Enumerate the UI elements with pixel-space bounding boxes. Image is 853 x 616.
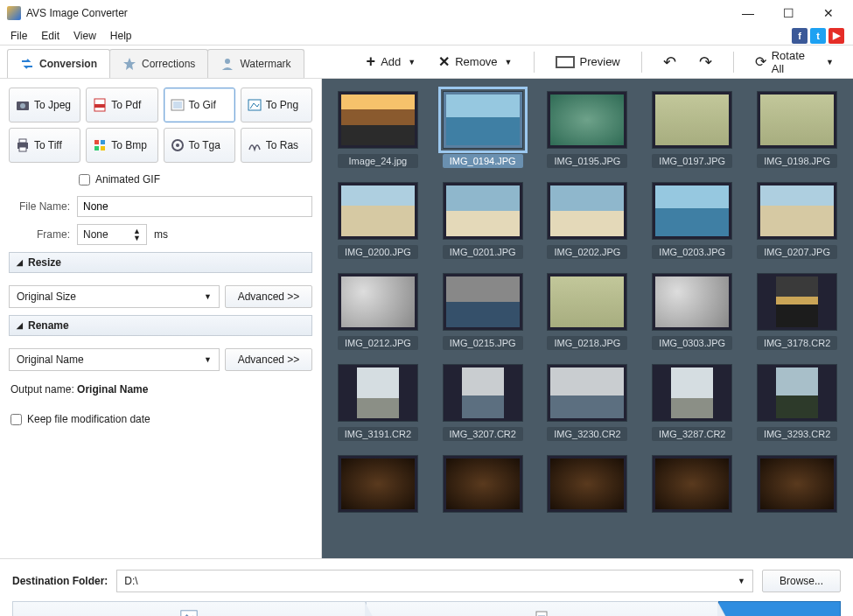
thumbnail-image <box>547 364 627 422</box>
thumbnail-item[interactable]: IMG_0201.JPG <box>439 182 527 259</box>
maximize-button[interactable]: ☐ <box>776 6 801 20</box>
rename-combo[interactable]: Original Name ▼ <box>9 348 220 371</box>
rotate-right-button[interactable]: ↷ <box>692 49 719 75</box>
thumbnail-image <box>338 455 418 513</box>
keep-mod-date-checkbox[interactable] <box>10 414 22 425</box>
thumbnail-item[interactable]: IMG_0198.JPG <box>753 91 841 168</box>
frame-spinner[interactable]: None ▲▼ <box>77 224 147 245</box>
thumbnail-item[interactable]: IMG_0303.JPG <box>648 273 736 350</box>
thumbnail-item[interactable] <box>334 455 422 513</box>
format-label: To Tga <box>189 139 220 151</box>
spinner-arrows-icon[interactable]: ▲▼ <box>133 228 141 242</box>
rotate-all-button[interactable]: ⟳ Rotate All ▼ <box>748 46 841 79</box>
tab-conversion[interactable]: Conversion <box>7 49 110 78</box>
thumbnail-item[interactable] <box>648 455 736 513</box>
animated-gif-checkbox[interactable] <box>79 174 90 186</box>
thumbnail-image <box>652 455 732 513</box>
thumbnail-item[interactable] <box>544 455 632 513</box>
tab-label: Conversion <box>39 58 97 70</box>
remove-button[interactable]: ✕ Remove ▼ <box>431 50 519 74</box>
filename-input[interactable] <box>77 196 312 217</box>
thumbnail-item[interactable]: IMG_3293.CR2 <box>753 364 841 441</box>
thumbnail-scroll[interactable]: Image_24.jpgIMG_0194.JPGIMG_0195.JPGIMG_… <box>322 79 853 558</box>
menu-edit[interactable]: Edit <box>34 28 66 44</box>
thumbnail-item[interactable]: IMG_0194.JPG <box>439 91 527 168</box>
tab-watermark[interactable]: Watermark <box>207 49 304 78</box>
thumbnail-image <box>443 455 523 513</box>
format-to-bmp[interactable]: To Bmp <box>86 128 157 163</box>
preview-button[interactable]: Preview <box>549 52 627 72</box>
thumbnail-item[interactable]: IMG_3230.CR2 <box>544 364 632 441</box>
thumbnail-item[interactable]: IMG_3191.CR2 <box>334 364 422 441</box>
format-to-png[interactable]: To Png <box>241 88 312 122</box>
output-name-label: Output name: <box>10 383 74 396</box>
chevron-down-icon: ▼ <box>505 58 513 66</box>
format-to-pdf[interactable]: To Pdf <box>86 88 157 122</box>
resize-combo[interactable]: Original Size ▼ <box>9 285 220 308</box>
preview-label: Preview <box>580 55 620 68</box>
convert-now-button[interactable]: Convert Now! <box>718 601 841 616</box>
thumbnail-item[interactable]: IMG_0218.JPG <box>544 273 632 350</box>
close-button[interactable]: ✕ <box>816 6 841 20</box>
twitter-icon[interactable]: t <box>810 28 826 44</box>
format-to-tga[interactable]: To Tga <box>164 128 235 163</box>
thumbnail-image <box>547 273 627 331</box>
chevron-down-icon: ▼ <box>738 577 745 585</box>
thumbnail-item[interactable]: IMG_3178.CR2 <box>753 273 841 350</box>
thumbnail-item[interactable] <box>439 455 527 513</box>
rename-advanced-button[interactable]: Advanced >> <box>225 348 312 371</box>
format-to-ras[interactable]: To Ras <box>241 128 312 163</box>
destination-combo[interactable]: D:\ ▼ <box>116 570 753 592</box>
minimize-button[interactable]: — <box>736 6 760 20</box>
format-label: To Pdf <box>111 99 141 111</box>
thumbnail-image <box>757 91 837 149</box>
pdf-icon <box>92 97 108 113</box>
thumbnail-caption: IMG_3191.CR2 <box>338 427 418 441</box>
thumbnail-item[interactable]: IMG_0200.JPG <box>334 182 422 259</box>
resize-section-header[interactable]: ◢ Resize <box>9 252 312 273</box>
add-button[interactable]: + Add ▼ <box>360 49 423 74</box>
browse-button[interactable]: Browse... <box>762 570 841 592</box>
format-label: To Tiff <box>34 139 62 151</box>
format-to-tiff[interactable]: To Tiff <box>9 128 80 163</box>
chevron-down-icon: ▼ <box>204 292 212 301</box>
rename-advanced-label: Advanced >> <box>238 354 300 366</box>
rename-section-header[interactable]: ◢ Rename <box>9 315 312 336</box>
title-bar: AVS Image Converter — ☐ ✕ <box>0 0 853 26</box>
thumbnail-item[interactable] <box>753 455 841 513</box>
thumbnail-caption: IMG_3207.CR2 <box>443 427 523 441</box>
flow-step-format: Convert to Gif <box>366 601 719 616</box>
x-icon: ✕ <box>438 53 450 70</box>
thumbnail-image <box>338 364 418 422</box>
thumbnail-item[interactable]: IMG_0212.JPG <box>334 273 422 350</box>
resize-advanced-button[interactable]: Advanced >> <box>225 285 312 308</box>
facebook-icon[interactable]: f <box>792 28 808 44</box>
person-icon <box>220 57 234 71</box>
youtube-icon[interactable]: ▶ <box>829 28 844 44</box>
thumbnail-caption: IMG_0195.JPG <box>547 154 627 168</box>
bottom-panel: Destination Folder: D:\ ▼ Browse... 28 I… <box>0 558 853 616</box>
thumbnail-caption: Image_24.jpg <box>338 154 418 168</box>
thumbnail-item[interactable]: Image_24.jpg <box>334 91 422 168</box>
tab-corrections[interactable]: Corrections <box>109 49 208 78</box>
thumbnail-item[interactable]: IMG_0197.JPG <box>648 91 736 168</box>
format-to-jpeg[interactable]: To Jpeg <box>9 88 80 122</box>
thumbnail-item[interactable]: IMG_3287.CR2 <box>648 364 736 441</box>
thumbnail-item[interactable]: IMG_0207.JPG <box>753 182 841 259</box>
separator <box>733 52 734 73</box>
thumbnail-item[interactable]: IMG_0202.JPG <box>544 182 632 259</box>
thumbnail-item[interactable]: IMG_3207.CR2 <box>439 364 527 441</box>
gif-icon <box>170 97 185 113</box>
thumbnail-item[interactable]: IMG_0215.JPG <box>439 273 527 350</box>
format-to-gif[interactable]: To Gif <box>164 88 235 122</box>
thumbnail-item[interactable]: IMG_0203.JPG <box>648 182 736 259</box>
camera-icon <box>15 97 31 113</box>
rotate-left-button[interactable]: ↶ <box>656 49 683 75</box>
thumbnail-caption: IMG_0200.JPG <box>338 245 418 259</box>
menu-file[interactable]: File <box>3 28 34 44</box>
thumbnail-item[interactable]: IMG_0195.JPG <box>544 91 632 168</box>
menu-help[interactable]: Help <box>103 28 139 44</box>
menu-view[interactable]: View <box>66 28 103 44</box>
plus-icon: + <box>367 52 376 71</box>
thumbnail-image <box>652 364 732 422</box>
